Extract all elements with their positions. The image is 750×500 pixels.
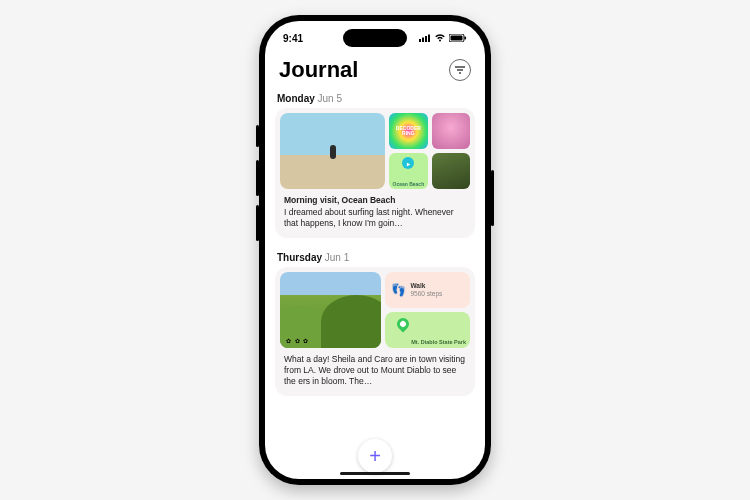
entry-photo-hills[interactable]: ✿ ✿ ✿	[280, 272, 381, 348]
wifi-icon	[434, 33, 446, 44]
journal-entry[interactable]: ✿ ✿ ✿ 👣 Walk 9560 steps	[275, 267, 475, 396]
filter-button[interactable]	[449, 59, 471, 81]
walk-icon: 👣	[391, 283, 405, 297]
entry-body: I dreamed about surfing last night. When…	[284, 207, 466, 229]
battery-icon	[449, 33, 467, 44]
entry-date: Thursday Jun 1	[275, 248, 475, 267]
plus-icon: +	[369, 445, 381, 468]
journal-entry[interactable]: DECODER RING Ocean Beach Morning visit, …	[275, 108, 475, 238]
volume-down-button	[256, 205, 259, 241]
entry-tile-activity[interactable]: 👣 Walk 9560 steps	[385, 272, 470, 308]
home-indicator[interactable]	[340, 472, 410, 475]
entry-date: Monday Jun 5	[275, 89, 475, 108]
entry-tile-location[interactable]: Ocean Beach	[389, 153, 427, 189]
svg-rect-6	[465, 36, 467, 39]
volume-up-button	[256, 160, 259, 196]
entry-tile-photo-2[interactable]	[432, 153, 470, 189]
signal-icon	[419, 33, 431, 44]
svg-rect-0	[419, 39, 421, 42]
entry-tile-location[interactable]: Mt. Diablo State Park	[385, 312, 470, 348]
power-button	[491, 170, 494, 226]
location-pin-icon	[402, 157, 414, 169]
page-title: Journal	[279, 57, 358, 83]
entry-tile-photo[interactable]	[432, 113, 470, 149]
location-pin-icon	[395, 316, 412, 333]
entry-photo-beach[interactable]	[280, 113, 385, 189]
person-silhouette	[330, 145, 336, 159]
svg-rect-3	[428, 34, 430, 42]
filter-icon	[455, 66, 465, 74]
svg-rect-2	[425, 36, 427, 42]
entry-tile-podcast[interactable]: DECODER RING	[389, 113, 427, 149]
screen: 9:41 Journal Monday Jun 5	[265, 21, 485, 479]
phone-frame: 9:41 Journal Monday Jun 5	[259, 15, 491, 485]
svg-rect-5	[451, 35, 463, 40]
dynamic-island	[343, 29, 407, 47]
entry-body: What a day! Sheila and Caro are in town …	[284, 354, 466, 387]
entry-title: Morning visit, Ocean Beach	[284, 195, 466, 206]
svg-rect-1	[422, 37, 424, 42]
status-time: 9:41	[283, 33, 303, 44]
add-entry-button[interactable]: +	[358, 439, 392, 473]
side-button	[256, 125, 259, 147]
journal-list[interactable]: Monday Jun 5 DECODER RING Ocea	[265, 89, 485, 459]
